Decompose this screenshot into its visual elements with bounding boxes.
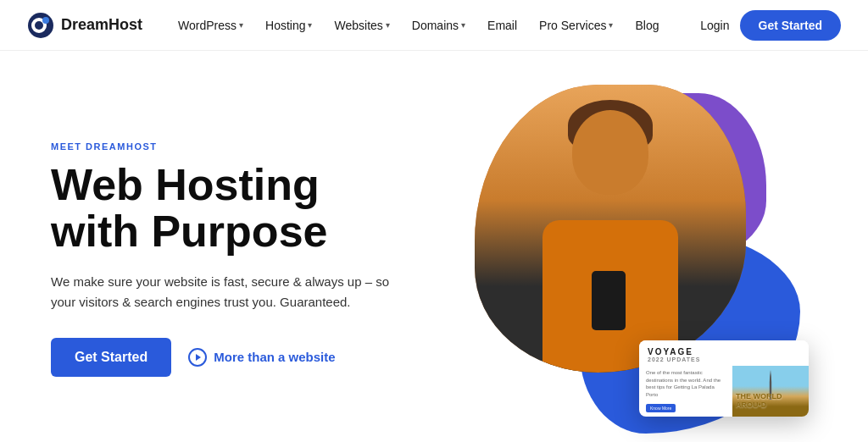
nav-links: WordPress ▾ Hosting ▾ Websites ▾ Domains… xyxy=(170,14,700,37)
login-link[interactable]: Login xyxy=(700,19,729,32)
hero-description: We make sure your website is fast, secur… xyxy=(51,272,390,312)
hero-title: Web Hosting with Purpose xyxy=(51,162,458,254)
card-brand: VOYAGE xyxy=(648,347,800,356)
card-image-text: THE WORLD AROU•D xyxy=(736,393,782,410)
hero-image xyxy=(475,85,746,373)
card-body: One of the most fantastic destinations i… xyxy=(639,366,809,417)
nav-wordpress[interactable]: WordPress ▾ xyxy=(170,14,252,37)
person-head xyxy=(572,110,648,195)
logo-text: DreamHost xyxy=(61,16,142,34)
play-icon xyxy=(188,348,207,367)
nav-domains[interactable]: Domains ▾ xyxy=(403,14,474,37)
hero-right: VOYAGE 2022 UPDATES One of the most fant… xyxy=(458,76,817,442)
chevron-down-icon: ▾ xyxy=(386,20,390,30)
nav-hosting[interactable]: Hosting ▾ xyxy=(257,14,320,37)
card-header: VOYAGE 2022 UPDATES xyxy=(639,340,809,366)
chevron-down-icon: ▾ xyxy=(308,20,312,30)
website-card: VOYAGE 2022 UPDATES One of the most fant… xyxy=(639,340,809,417)
nav-get-started-button[interactable]: Get Started xyxy=(740,10,841,41)
nav-email[interactable]: Email xyxy=(479,14,526,37)
nav-websites[interactable]: Websites ▾ xyxy=(326,14,398,37)
chevron-down-icon: ▾ xyxy=(609,20,613,30)
meet-label: MEET DREAMHOST xyxy=(51,141,458,152)
nav-blog[interactable]: Blog xyxy=(626,14,667,37)
main-nav: DreamHost WordPress ▾ Hosting ▾ Websites… xyxy=(0,0,868,51)
nav-pro-services[interactable]: Pro Services ▾ xyxy=(531,14,621,37)
card-text-area: One of the most fantastic destinations i… xyxy=(639,366,732,417)
card-read-more[interactable]: Know More xyxy=(646,404,676,412)
nav-right: Login Get Started xyxy=(700,10,841,41)
logo-icon xyxy=(27,12,54,39)
card-body-text: One of the most fantastic destinations i… xyxy=(646,369,726,398)
more-than-website-link[interactable]: More than a website xyxy=(188,348,335,367)
chevron-down-icon: ▾ xyxy=(239,20,243,30)
logo[interactable]: DreamHost xyxy=(27,12,142,39)
person-figure xyxy=(475,85,746,373)
hero-left: MEET DREAMHOST Web Hosting with Purpose … xyxy=(51,141,458,376)
hero-actions: Get Started More than a website xyxy=(51,338,458,377)
hero-section: MEET DREAMHOST Web Hosting with Purpose … xyxy=(0,51,868,442)
svg-point-3 xyxy=(42,17,49,24)
hero-get-started-button[interactable]: Get Started xyxy=(51,338,171,377)
person-phone xyxy=(592,271,626,330)
card-image-area: THE WORLD AROU•D xyxy=(732,366,809,417)
card-update-label: 2022 UPDATES xyxy=(648,356,800,362)
chevron-down-icon: ▾ xyxy=(461,20,465,30)
svg-point-2 xyxy=(35,21,43,30)
